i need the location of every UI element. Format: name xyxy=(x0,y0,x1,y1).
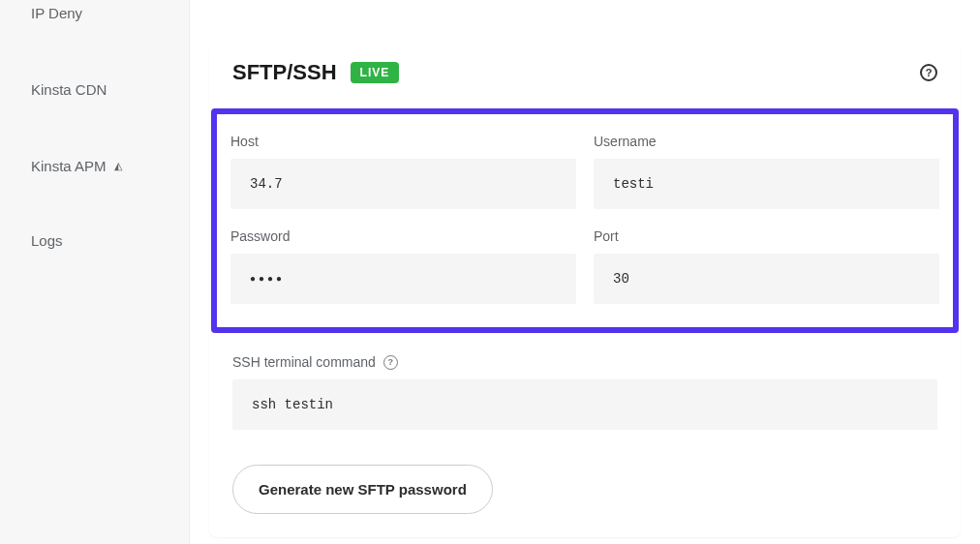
ssh-command-value[interactable]: ssh testin xyxy=(232,379,937,430)
button-row: Generate new SFTP password xyxy=(209,430,961,514)
mask xyxy=(697,159,939,209)
username-value[interactable]: testi xyxy=(594,159,939,209)
password-label: Password xyxy=(230,228,576,244)
beta-icon: ◭ xyxy=(114,160,122,172)
env-badge: LIVE xyxy=(351,62,400,83)
mask xyxy=(585,379,937,430)
page-title: SFTP/SSH xyxy=(232,60,337,85)
field-password: Password ●●●● xyxy=(230,228,576,304)
header-left: SFTP/SSH LIVE xyxy=(232,60,399,85)
port-value[interactable]: 30 xyxy=(594,254,939,304)
help-icon[interactable]: ? xyxy=(383,355,398,370)
sidebar: IP Deny Kinsta CDN Kinsta APM ◭ Logs xyxy=(0,0,190,544)
generate-sftp-password-button[interactable]: Generate new SFTP password xyxy=(232,465,493,514)
field-port: Port 30 xyxy=(594,228,939,304)
ssh-section: SSH terminal command ? ssh testin xyxy=(209,333,961,430)
ssh-label-row: SSH terminal command ? xyxy=(232,354,937,370)
sidebar-item-kinsta-apm[interactable]: Kinsta APM ◭ xyxy=(0,155,189,177)
host-label: Host xyxy=(230,134,576,149)
sidebar-item-ip-deny[interactable]: IP Deny xyxy=(0,2,189,24)
field-username: Username testi xyxy=(594,134,939,209)
main-content: SFTP/SSH LIVE ? Host 34.7 Username testi xyxy=(190,0,980,544)
card-header: SFTP/SSH LIVE ? xyxy=(209,46,961,108)
port-label: Port xyxy=(594,228,939,244)
sftp-card: SFTP/SSH LIVE ? Host 34.7 Username testi xyxy=(209,46,961,537)
mask xyxy=(662,254,939,304)
sidebar-item-kinsta-cdn[interactable]: Kinsta CDN xyxy=(0,78,189,101)
sidebar-item-label: Kinsta APM xyxy=(31,158,107,174)
help-icon[interactable]: ? xyxy=(920,64,937,81)
mask xyxy=(334,159,576,209)
sidebar-item-label: Kinsta CDN xyxy=(31,81,107,98)
sidebar-item-logs[interactable]: Logs xyxy=(0,229,189,252)
username-label: Username xyxy=(594,134,939,149)
password-value[interactable]: ●●●● xyxy=(230,254,576,304)
ssh-label: SSH terminal command xyxy=(232,354,376,370)
field-host: Host 34.7 xyxy=(230,134,576,209)
sidebar-item-label: Logs xyxy=(31,232,63,249)
credentials-box: Host 34.7 Username testi Password ●●●● xyxy=(211,108,959,333)
sidebar-item-label: IP Deny xyxy=(31,5,82,21)
host-value[interactable]: 34.7 xyxy=(230,159,576,209)
